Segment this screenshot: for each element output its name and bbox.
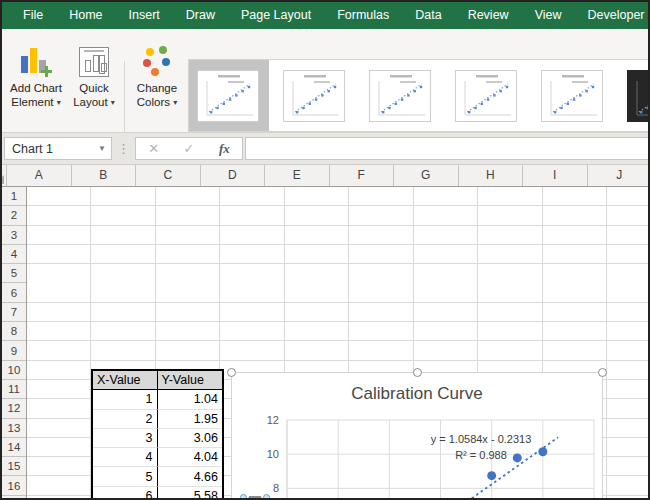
chart-style-frame [531, 60, 613, 131]
column-header-G[interactable]: G [394, 165, 459, 186]
column-header-J[interactable]: J [588, 165, 650, 186]
name-box-dropdown-icon[interactable]: ▼ [93, 144, 111, 153]
row-header-2[interactable]: 2 [2, 206, 26, 225]
ribbon-tab-data[interactable]: Data [402, 2, 454, 29]
dropdown-caret-icon: ▾ [173, 98, 177, 107]
ribbon-tab-review[interactable]: Review [455, 2, 522, 29]
column-header-B[interactable]: B [72, 165, 137, 186]
change-colors-button[interactable]: Change Colors ▾ [130, 33, 184, 133]
column-header-E[interactable]: E [265, 165, 330, 186]
row-header-3[interactable]: 3 [2, 226, 26, 245]
table-cell[interactable]: 4 [93, 448, 158, 467]
table-cell[interactable]: 3.06 [158, 429, 223, 448]
add-chart-element-button[interactable]: Add Chart Element ▾ [6, 33, 66, 133]
table-cell[interactable]: 4.66 [158, 467, 223, 486]
select-all-corner[interactable] [2, 165, 7, 186]
worksheet: ABCDEFGHIJ 12345678910111213141516 X-Val… [2, 165, 650, 500]
add-chart-element-label2: Element [11, 96, 53, 108]
table-cell[interactable]: 2 [93, 410, 158, 429]
row-header-6[interactable]: 6 [2, 283, 26, 302]
cancel-icon[interactable]: ✕ [148, 141, 159, 156]
chart-style-thumbnail[interactable] [455, 70, 517, 122]
column-header-A[interactable]: A [7, 165, 72, 186]
quick-layout-icon [79, 47, 109, 77]
ribbon-tab-file[interactable]: File [10, 2, 56, 29]
change-colors-label2: Colors [137, 96, 170, 108]
row-header-1[interactable]: 1 [2, 187, 26, 206]
table-cell[interactable]: 5.58 [158, 487, 223, 500]
ribbon-tab-developer[interactable]: Developer [575, 2, 650, 29]
dropdown-caret-icon: ▾ [57, 98, 61, 107]
table-cell[interactable]: 4.04 [158, 448, 223, 467]
chart-styles-gallery [188, 59, 650, 132]
chart-style-frame [359, 60, 441, 131]
ribbon-tab-page-layout[interactable]: Page Layout [228, 2, 324, 29]
formula-input[interactable] [245, 137, 650, 160]
table-cell[interactable]: 6 [93, 487, 158, 500]
table-cell[interactable]: 1.04 [158, 390, 223, 409]
table-cell[interactable]: 3 [93, 429, 158, 448]
chart-handle-nw[interactable] [227, 368, 236, 377]
insert-function-icon[interactable]: fx [219, 141, 230, 157]
chart-style-thumbnail[interactable] [541, 70, 603, 122]
ribbon-tab-home[interactable]: Home [56, 2, 115, 29]
column-header-H[interactable]: H [459, 165, 524, 186]
table-row: 11.04 [93, 390, 222, 409]
table-cell[interactable]: 1 [93, 390, 158, 409]
row-header-12[interactable]: 12 [2, 399, 26, 418]
plus-icon [41, 66, 52, 77]
ribbon-tab-draw[interactable]: Draw [173, 2, 228, 29]
selection-handle[interactable] [240, 494, 247, 500]
row-header-7[interactable]: 7 [2, 303, 26, 322]
dropdown-caret-icon: ▾ [111, 98, 115, 107]
row-header-14[interactable]: 14 [2, 438, 26, 457]
table-header-row: X-ValueY-Value [93, 371, 222, 390]
confirm-icon[interactable]: ✓ [184, 141, 195, 156]
ribbon-tab-insert[interactable]: Insert [116, 2, 173, 29]
column-header-F[interactable]: F [330, 165, 395, 186]
column-header-D[interactable]: D [201, 165, 266, 186]
row-header-9[interactable]: 9 [2, 341, 26, 360]
ribbon-tab-formulas[interactable]: Formulas [324, 2, 402, 29]
name-box[interactable]: Chart 1 ▼ [4, 137, 112, 160]
trendline-equation[interactable]: y = 1.0584x - 0.2313 R² = 0.988 [381, 431, 581, 463]
ribbon-tab-view[interactable]: View [522, 2, 575, 29]
table-row: 21.95 [93, 410, 222, 429]
table-row: 54.66 [93, 467, 222, 486]
data-table[interactable]: X-ValueY-Value11.0421.9533.0644.0454.666… [91, 369, 224, 500]
row-header-11[interactable]: 11 [2, 380, 26, 399]
column-header-C[interactable]: C [136, 165, 201, 186]
chart-title[interactable]: Calibration Curve [232, 384, 602, 404]
row-header-13[interactable]: 13 [2, 419, 26, 438]
change-colors-label1: Change [137, 82, 177, 94]
chart-style-thumbnail[interactable] [283, 70, 345, 122]
chart-style-frame [188, 60, 269, 131]
row-header-8[interactable]: 8 [2, 322, 26, 341]
chart-style-thumbnail[interactable] [197, 70, 259, 122]
table-header-cell[interactable]: X-Value [93, 371, 158, 390]
chart-style-frame [273, 60, 355, 131]
chart-style-thumbnail[interactable] [627, 70, 650, 122]
chart-style-frame [445, 60, 527, 131]
row-header-16[interactable]: 16 [2, 476, 26, 495]
column-header-I[interactable]: I [523, 165, 588, 186]
formula-bar: Chart 1 ▼ ⋮ ✕ ✓ fx [2, 133, 650, 165]
chart-handle-ne[interactable] [598, 368, 607, 377]
ribbon-tab-bar: FileHomeInsertDrawPage LayoutFormulasDat… [2, 2, 650, 29]
svg-text:12: 12 [267, 414, 279, 426]
row-header-4[interactable]: 4 [2, 245, 26, 264]
row-header-5[interactable]: 5 [2, 264, 26, 283]
row-header-10[interactable]: 10 [2, 361, 26, 380]
quick-layout-button[interactable]: Quick Layout ▾ [68, 33, 120, 133]
svg-text:10: 10 [267, 448, 279, 460]
table-cell[interactable]: 1.95 [158, 410, 223, 429]
row-header-15[interactable]: 15 [2, 457, 26, 476]
table-cell[interactable]: 5 [93, 467, 158, 486]
chart-handle-n[interactable] [413, 368, 422, 377]
ribbon: Add Chart Element ▾ Quick Layout ▾ Chart… [2, 29, 650, 133]
formula-bar-separator: ⋮ [117, 139, 129, 158]
chart-style-thumbnail[interactable] [369, 70, 431, 122]
table-header-cell[interactable]: Y-Value [158, 371, 223, 390]
chart-object[interactable]: 024681012 Calibration Curve y = 1.0584x … [231, 372, 603, 500]
selection-handle[interactable] [263, 494, 270, 500]
